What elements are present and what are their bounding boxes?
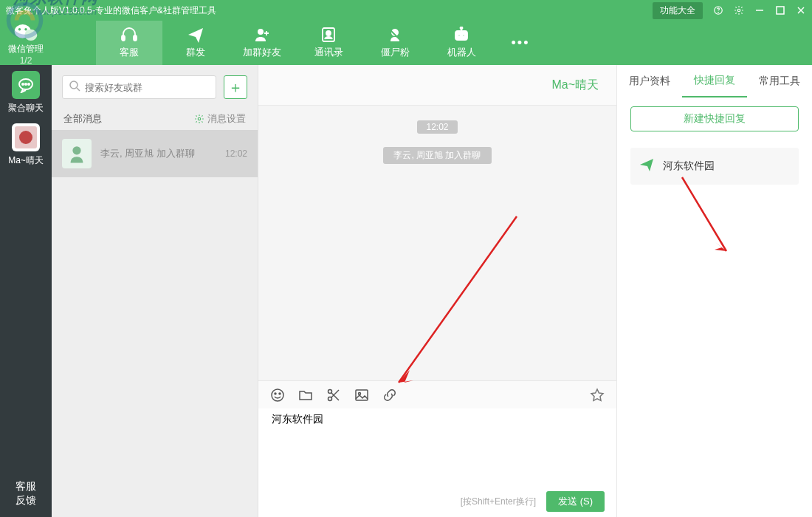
settings-icon[interactable] bbox=[734, 5, 744, 16]
time-pill: 12:02 bbox=[417, 120, 457, 134]
svg-rect-13 bbox=[134, 35, 137, 41]
svg-rect-19 bbox=[455, 31, 467, 40]
chat-header: Ma~晴天 bbox=[258, 65, 616, 106]
svg-point-37 bbox=[328, 389, 332, 393]
paper-plane-icon bbox=[639, 158, 654, 174]
main-header: 微信管理 1/2 客服 群发 加群好友 通讯录 僵尸粉 机器人 ••• bbox=[0, 21, 812, 65]
tab-common-tools[interactable]: 常用工具 bbox=[747, 65, 812, 97]
tab-quick-reply[interactable]: 快捷回复 bbox=[682, 65, 747, 97]
search-input-wrapper[interactable] bbox=[62, 75, 216, 99]
avatar bbox=[62, 139, 92, 168]
nav-zombie-fans[interactable]: 僵尸粉 bbox=[362, 21, 428, 65]
svg-rect-5 bbox=[777, 7, 784, 14]
new-quick-reply-button[interactable]: 新建快捷回复 bbox=[630, 106, 799, 131]
chat-messages: 12:02 李云, 周亚旭 加入群聊 bbox=[258, 106, 616, 380]
emoji-icon[interactable] bbox=[270, 388, 285, 403]
rail-aggregate-chat[interactable]: 聚合聊天 bbox=[8, 71, 44, 114]
svg-point-16 bbox=[326, 31, 331, 35]
right-tabs: 用户资料 快捷回复 常用工具 bbox=[617, 65, 812, 97]
chat-bubble-icon bbox=[12, 71, 40, 99]
svg-point-9 bbox=[24, 29, 37, 40]
titlebar: 微客兔个人版V1.0.0.5-专业的微信客户&社群管理工具 功能大全 bbox=[0, 0, 812, 21]
header-account[interactable]: 微信管理 1/2 bbox=[0, 21, 52, 66]
svg-point-14 bbox=[258, 29, 264, 35]
svg-point-36 bbox=[279, 393, 281, 394]
link-icon[interactable] bbox=[382, 388, 397, 403]
chat-area: Ma~晴天 12:02 李云, 周亚旭 加入群聊 [按Shift+Enter换行… bbox=[258, 65, 616, 517]
svg-point-3 bbox=[737, 9, 740, 12]
svg-point-30 bbox=[198, 117, 201, 120]
rail-account-ma[interactable]: Ma~晴天 bbox=[8, 123, 44, 167]
svg-rect-12 bbox=[122, 35, 125, 41]
nav-add-group-friend[interactable]: 加群好友 bbox=[229, 21, 295, 65]
main-nav: 客服 群发 加群好友 通讯录 僵尸粉 机器人 ••• bbox=[96, 21, 812, 65]
robot-icon bbox=[453, 27, 470, 43]
nav-more[interactable]: ••• bbox=[495, 21, 546, 65]
star-icon[interactable] bbox=[590, 388, 605, 403]
all-messages-label[interactable]: 全部消息 bbox=[63, 112, 102, 126]
nav-robot[interactable]: 机器人 bbox=[428, 21, 495, 65]
svg-point-34 bbox=[272, 389, 283, 401]
rail-feedback[interactable]: 客服 反馈 bbox=[16, 470, 36, 517]
close-icon[interactable] bbox=[796, 5, 806, 16]
send-button[interactable]: 发送 (S) bbox=[546, 491, 605, 512]
add-user-icon bbox=[253, 27, 271, 43]
annotation-arrow-icon bbox=[675, 170, 734, 258]
contact-item[interactable]: 李云, 周亚旭 加入群聊 12:02 bbox=[52, 130, 258, 177]
svg-point-11 bbox=[24, 28, 27, 30]
message-input[interactable] bbox=[272, 413, 603, 436]
search-input[interactable] bbox=[85, 82, 210, 93]
left-rail: 聚合聊天 Ma~晴天 客服 反馈 bbox=[0, 65, 52, 517]
folder-icon[interactable] bbox=[298, 388, 313, 403]
svg-line-32 bbox=[399, 216, 517, 383]
image-icon[interactable] bbox=[354, 388, 369, 403]
contact-time: 12:02 bbox=[225, 148, 247, 159]
app-title: 微客兔个人版V1.0.0.5-专业的微信客户&社群管理工具 bbox=[6, 4, 216, 17]
system-message: 李云, 周亚旭 加入群聊 bbox=[383, 147, 491, 164]
quick-reply-item[interactable]: 河东软件园 bbox=[630, 148, 799, 185]
svg-point-25 bbox=[22, 83, 24, 85]
message-input-area[interactable] bbox=[258, 408, 616, 486]
send-icon bbox=[187, 27, 204, 43]
send-row: [按Shift+Enter换行] 发送 (S) bbox=[258, 486, 616, 517]
gear-icon bbox=[194, 114, 204, 124]
feature-all-button[interactable]: 功能大全 bbox=[653, 2, 703, 19]
svg-point-38 bbox=[328, 397, 332, 400]
svg-rect-41 bbox=[356, 390, 368, 400]
input-toolbar bbox=[258, 380, 616, 408]
svg-line-43 bbox=[682, 177, 726, 251]
svg-point-21 bbox=[463, 35, 465, 37]
help-icon[interactable] bbox=[713, 5, 723, 16]
svg-point-23 bbox=[461, 27, 463, 30]
account-count: 1/2 bbox=[20, 55, 32, 66]
svg-point-2 bbox=[718, 13, 719, 13]
chat-contact-name: Ma~晴天 bbox=[551, 78, 599, 93]
account-avatar-icon bbox=[12, 123, 40, 151]
scissors-icon[interactable] bbox=[326, 388, 341, 403]
right-panel: 用户资料 快捷回复 常用工具 新建快捷回复 河东软件园 bbox=[616, 65, 812, 517]
tab-user-info[interactable]: 用户资料 bbox=[617, 65, 682, 97]
svg-point-10 bbox=[18, 28, 21, 30]
svg-point-35 bbox=[275, 393, 276, 394]
svg-line-29 bbox=[77, 88, 80, 91]
svg-point-26 bbox=[25, 83, 27, 85]
annotation-arrow-icon bbox=[384, 209, 524, 394]
svg-point-31 bbox=[72, 146, 80, 154]
svg-point-28 bbox=[70, 81, 78, 89]
nav-customer-service[interactable]: 客服 bbox=[96, 21, 162, 65]
svg-point-27 bbox=[28, 83, 30, 85]
add-button[interactable]: ＋ bbox=[224, 75, 247, 99]
nav-contacts[interactable]: 通讯录 bbox=[295, 21, 362, 65]
minimize-icon[interactable] bbox=[754, 5, 765, 16]
contact-title: 李云, 周亚旭 加入群聊 bbox=[100, 147, 216, 160]
contact-list-panel: ＋ 全部消息 消息设置 李云, 周亚旭 加入群聊 12:02 bbox=[52, 65, 258, 517]
contacts-icon bbox=[320, 27, 337, 43]
headset-icon bbox=[120, 27, 139, 43]
nav-mass-send[interactable]: 群发 bbox=[162, 21, 229, 65]
maximize-icon[interactable] bbox=[775, 5, 785, 16]
wechat-mgmt-label: 微信管理 bbox=[8, 43, 44, 55]
svg-marker-44 bbox=[715, 242, 726, 251]
message-settings-button[interactable]: 消息设置 bbox=[194, 112, 246, 126]
svg-point-20 bbox=[458, 35, 461, 37]
search-icon bbox=[69, 80, 80, 95]
